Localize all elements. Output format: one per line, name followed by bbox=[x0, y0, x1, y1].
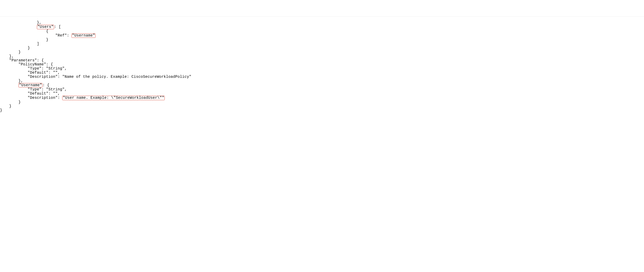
highlight-username-param: "Username" bbox=[18, 83, 42, 87]
code-line: "Parameters": { bbox=[0, 58, 44, 63]
code-line: "Default": "", bbox=[0, 71, 60, 75]
highlight-users-key: "Users" bbox=[37, 25, 54, 29]
code-line-prefix: "Ref": bbox=[0, 33, 72, 38]
code-line-prefix bbox=[0, 83, 18, 87]
code-line: } bbox=[0, 104, 12, 108]
highlight-description-value: "User name. Example: \"SecureWorkloadUse… bbox=[62, 96, 165, 100]
code-line: } bbox=[0, 108, 2, 112]
code-line-prefix bbox=[0, 25, 37, 29]
code-line: }, bbox=[0, 79, 23, 83]
code-line: "Type": "String", bbox=[0, 66, 67, 71]
code-line: ] bbox=[0, 42, 39, 46]
code-line-suffix: : { bbox=[42, 83, 50, 87]
code-line: } bbox=[0, 46, 30, 50]
code-block: }, "Users": [ { "Ref": "Username" } ] } … bbox=[0, 17, 644, 113]
code-line: { bbox=[0, 29, 48, 33]
code-line-suffix: : [ bbox=[54, 25, 61, 29]
code-line: }, bbox=[0, 54, 14, 58]
code-line: "PolicyName": { bbox=[0, 62, 53, 67]
code-line-prefix: "Description": bbox=[0, 96, 62, 100]
code-line: } bbox=[0, 50, 21, 54]
code-line: "Description": "Name of the policy. Exam… bbox=[0, 75, 192, 79]
code-line: "Default": "", bbox=[0, 91, 60, 96]
highlight-username-ref: "Username" bbox=[72, 33, 96, 38]
code-line: } bbox=[0, 38, 48, 42]
code-line: }, bbox=[0, 21, 42, 25]
code-line: } bbox=[0, 100, 21, 104]
code-line: "Type": "String", bbox=[0, 87, 67, 92]
